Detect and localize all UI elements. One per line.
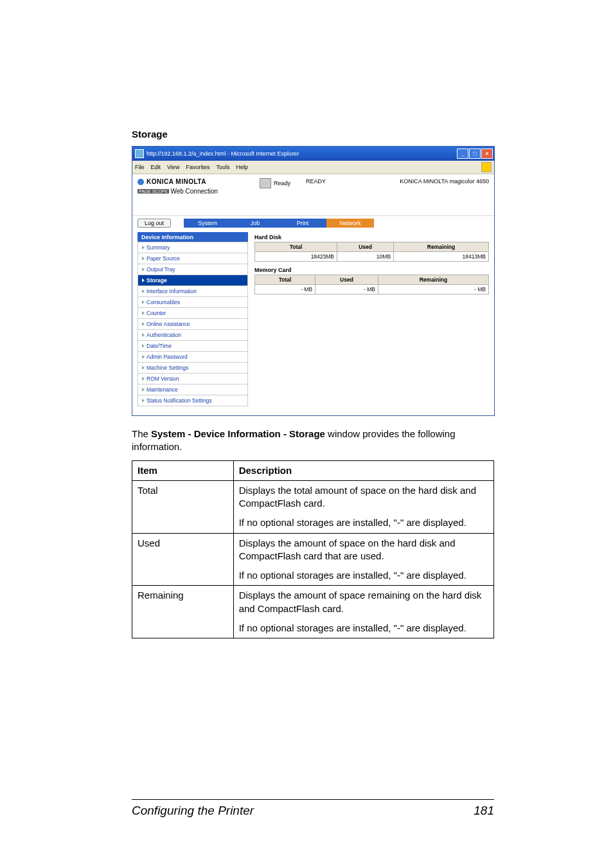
screenshot-window: http://192.168.1.2/a_index.html - Micros… — [132, 146, 495, 416]
item-used: Used — [132, 533, 234, 586]
brand-dot-icon — [138, 179, 144, 185]
table-row: Total Displays the total amount of space… — [132, 480, 494, 533]
chevron-right-icon — [142, 333, 145, 337]
memory-card-table: Total Used Remaining - MB - MB - MB — [254, 275, 489, 294]
tab-system[interactable]: System — [184, 219, 231, 228]
col-remaining: Remaining — [394, 242, 489, 252]
mc-remaining: - MB — [378, 285, 488, 294]
menu-help[interactable]: Help — [236, 164, 248, 170]
table-row: Remaining Displays the amount of space r… — [132, 586, 494, 638]
table-row: Used Displays the amount of space on the… — [132, 533, 494, 586]
col-used: Used — [337, 242, 394, 252]
close-icon[interactable]: × — [481, 149, 493, 159]
desc-remaining: Displays the amount of space remaining o… — [233, 586, 493, 638]
tab-network[interactable]: Network — [326, 219, 374, 228]
sidebar-item-status-notification[interactable]: Status Notification Settings — [138, 395, 248, 406]
col-total: Total — [255, 275, 315, 285]
ie-logo-icon — [481, 162, 492, 172]
page-footer: Configuring the Printer 181 — [132, 799, 494, 818]
item-remaining: Remaining — [132, 586, 234, 638]
chevron-right-icon — [142, 366, 145, 370]
sidebar-item-admin-password[interactable]: Admin Password — [138, 351, 248, 363]
chevron-right-icon — [142, 377, 145, 381]
menu-favorites[interactable]: Favorites — [186, 164, 209, 170]
chevron-right-icon — [142, 344, 145, 348]
minimize-icon[interactable]: _ — [457, 149, 468, 159]
table-row: 18423MB 10MB 18413MB — [255, 252, 489, 262]
hard-disk-table: Total Used Remaining 18423MB 10MB 18413M… — [254, 242, 489, 262]
browser-menubar: File Edit View Favorites Tools Help — [132, 161, 494, 174]
page-number: 181 — [474, 804, 494, 818]
pagescope-badge: PAGE SCOPE — [138, 189, 169, 194]
status-ready: Ready — [274, 180, 290, 186]
mc-total: - MB — [255, 285, 315, 294]
chevron-right-icon — [142, 399, 145, 402]
section-heading: Storage — [132, 129, 494, 140]
menu-tools[interactable]: Tools — [216, 164, 229, 170]
col-remaining: Remaining — [378, 275, 488, 285]
chevron-right-icon — [142, 311, 145, 315]
sidebar-item-authentication[interactable]: Authentication — [138, 329, 248, 341]
menu-view[interactable]: View — [167, 164, 179, 170]
brand-name: KONICA MINOLTA — [147, 178, 206, 185]
sidebar-header: Device Information — [138, 232, 248, 242]
hd-remaining: 18413MB — [394, 252, 489, 262]
menu-file[interactable]: File — [135, 164, 145, 170]
chevron-right-icon — [142, 246, 145, 249]
table-row: - MB - MB - MB — [255, 285, 489, 294]
desc-total: Displays the total amount of space on th… — [233, 480, 493, 533]
chevron-right-icon — [142, 322, 145, 326]
item-total: Total — [132, 480, 234, 533]
tab-print[interactable]: Print — [279, 219, 326, 228]
sidebar-item-consumables[interactable]: Consumables — [138, 296, 248, 308]
hd-used: 10MB — [337, 252, 394, 262]
chevron-right-icon — [142, 267, 145, 271]
sidebar-item-interface-info[interactable]: Interface Information — [138, 285, 248, 297]
chevron-right-icon — [142, 355, 145, 359]
col-used: Used — [315, 275, 378, 285]
hard-disk-heading: Hard Disk — [254, 234, 489, 240]
sidebar: Device Information Summary Paper Source … — [138, 233, 248, 406]
sidebar-item-maintenance[interactable]: Maintenance — [138, 384, 248, 395]
logout-button[interactable]: Log out — [138, 219, 171, 228]
device-model: KONICA MINOLTA magicolor 4650 — [400, 178, 489, 185]
sidebar-item-summary[interactable]: Summary — [138, 242, 248, 253]
header-item: Item — [132, 460, 234, 480]
footer-title: Configuring the Printer — [132, 804, 254, 818]
window-title: http://192.168.1.2/a_index.html - Micros… — [147, 150, 457, 157]
sidebar-item-machine-settings[interactable]: Machine Settings — [138, 362, 248, 374]
memory-card-heading: Memory Card — [254, 267, 489, 273]
desc-used: Displays the amount of space on the hard… — [233, 533, 493, 586]
chevron-right-icon — [142, 257, 145, 260]
mc-used: - MB — [315, 285, 378, 294]
sidebar-item-storage[interactable]: Storage — [138, 275, 248, 286]
description-table: Item Description Total Displays the tota… — [132, 460, 494, 639]
tab-job[interactable]: Job — [231, 219, 279, 228]
sidebar-item-rom-version[interactable]: ROM Version — [138, 373, 248, 384]
header-description: Description — [233, 460, 493, 480]
hd-total: 18423MB — [255, 252, 337, 262]
chevron-right-icon — [142, 300, 145, 304]
window-titlebar: http://192.168.1.2/a_index.html - Micros… — [132, 147, 494, 161]
maximize-icon[interactable]: □ — [469, 149, 481, 159]
intro-paragraph: The System - Device Information - Storag… — [132, 428, 494, 454]
sidebar-item-paper-source[interactable]: Paper Source — [138, 253, 248, 264]
menu-edit[interactable]: Edit — [151, 164, 161, 170]
col-total: Total — [255, 242, 337, 252]
web-connection-label: Web Connection — [170, 188, 218, 195]
sidebar-item-date-time[interactable]: Date/Time — [138, 340, 248, 352]
sidebar-item-online-assistance[interactable]: Online Assistance — [138, 318, 248, 330]
chevron-right-icon — [142, 289, 145, 293]
ie-icon — [135, 149, 144, 158]
chevron-right-icon — [142, 278, 145, 282]
sidebar-item-counter[interactable]: Counter — [138, 307, 248, 319]
status-message: READY — [306, 178, 326, 185]
printer-icon — [260, 178, 271, 188]
sidebar-item-output-tray[interactable]: Output Tray — [138, 264, 248, 275]
chevron-right-icon — [142, 388, 145, 392]
